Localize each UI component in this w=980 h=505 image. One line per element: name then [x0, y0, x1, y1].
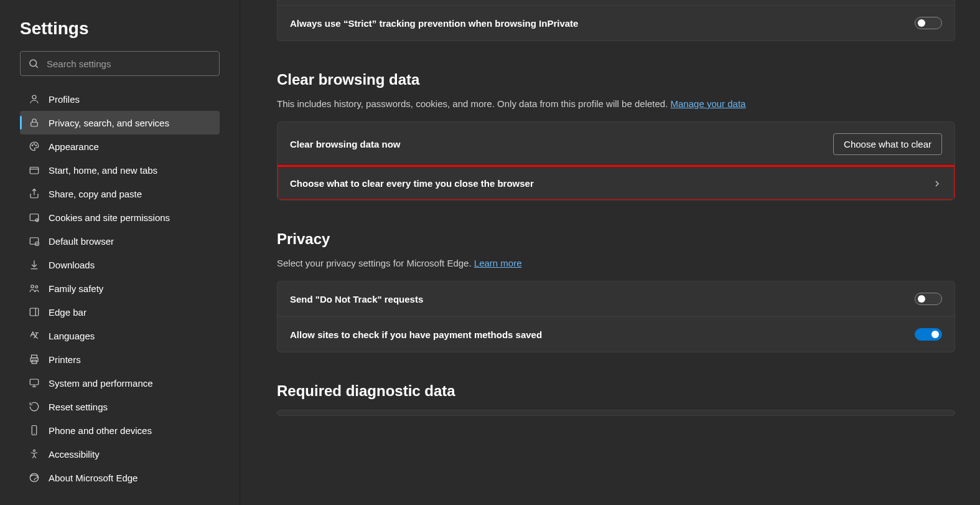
- search-input[interactable]: [47, 59, 212, 69]
- clear-browsing-heading: Clear browsing data: [277, 71, 955, 88]
- svg-point-5: [34, 144, 35, 145]
- clear-now-row: Clear browsing data now Choose what to c…: [278, 122, 954, 166]
- sidebar-icon: [29, 306, 40, 318]
- svg-rect-20: [30, 379, 39, 385]
- strict-inprivate-row: Always use “Strict” tracking prevention …: [278, 5, 954, 40]
- privacy-desc-text: Select your privacy settings for Microso…: [277, 258, 474, 268]
- svg-rect-17: [32, 355, 37, 358]
- content-area: Exceptions Allow all trackers on sites y…: [240, 0, 980, 505]
- svg-rect-7: [30, 168, 39, 174]
- sidebar-item-cookies[interactable]: Cookies and site permissions: [20, 205, 220, 229]
- sidebar-item-label: Share, copy and paste: [49, 189, 142, 199]
- sidebar-item-label: Profiles: [49, 94, 80, 105]
- dnt-row: Send "Do Not Track" requests: [278, 281, 954, 316]
- clear-browsing-card: Clear browsing data now Choose what to c…: [277, 121, 955, 201]
- sidebar-item-label: Start, home, and new tabs: [49, 165, 157, 176]
- payment-toggle[interactable]: [915, 328, 942, 341]
- language-icon: [29, 330, 40, 341]
- dnt-toggle[interactable]: [915, 293, 942, 305]
- edge-icon: [29, 472, 40, 483]
- privacy-desc: Select your privacy settings for Microso…: [277, 258, 955, 268]
- cookie-icon: [29, 212, 40, 223]
- choose-what-to-clear-button[interactable]: Choose what to clear: [833, 133, 942, 155]
- sidebar-item-appearance[interactable]: Appearance: [20, 135, 220, 158]
- diagnostic-heading: Required diagnostic data: [277, 382, 955, 400]
- lock-icon: [29, 117, 40, 128]
- tracking-prevention-card: Exceptions Allow all trackers on sites y…: [277, 0, 955, 41]
- accessibility-icon: [29, 448, 40, 460]
- monitor-icon: [29, 377, 40, 389]
- chevron-right-icon: [932, 179, 942, 189]
- search-icon: [28, 58, 39, 69]
- sidebar-item-downloads[interactable]: Downloads: [20, 253, 220, 276]
- svg-point-14: [35, 286, 38, 288]
- page-title: Settings: [20, 19, 220, 39]
- sidebar-item-label: Downloads: [49, 260, 95, 270]
- sidebar-item-reset[interactable]: Reset settings: [20, 395, 220, 418]
- svg-rect-15: [30, 308, 39, 316]
- exceptions-row[interactable]: Exceptions Allow all trackers on sites y…: [278, 0, 954, 5]
- clear-now-label: Clear browsing data now: [290, 139, 401, 149]
- sidebar-item-start[interactable]: Start, home, and new tabs: [20, 158, 220, 182]
- manage-data-link[interactable]: Manage your data: [671, 98, 746, 109]
- clear-on-close-label: Choose what to clear every time you clos…: [290, 178, 534, 189]
- sidebar-item-label: Privacy, search, and services: [49, 118, 169, 128]
- payment-row: Allow sites to check if you have payment…: [278, 316, 954, 352]
- browser-icon: [29, 235, 40, 247]
- sidebar-item-edge-bar[interactable]: Edge bar: [20, 300, 220, 324]
- sidebar-item-label: Edge bar: [49, 307, 86, 318]
- download-icon: [29, 259, 40, 270]
- sidebar-item-label: Accessibility: [49, 449, 100, 460]
- svg-rect-3: [31, 122, 38, 126]
- svg-point-13: [31, 285, 34, 288]
- sidebar-item-accessibility[interactable]: Accessibility: [20, 442, 220, 466]
- clear-browsing-desc: This includes history, passwords, cookie…: [277, 98, 955, 109]
- privacy-learn-more-link[interactable]: Learn more: [474, 258, 522, 268]
- family-icon: [29, 283, 40, 294]
- profile-icon: [29, 93, 40, 105]
- svg-line-1: [35, 65, 37, 67]
- strict-inprivate-toggle[interactable]: [915, 17, 942, 29]
- sidebar: Settings Profiles Privacy, search, and s…: [0, 0, 240, 505]
- palette-icon: [29, 141, 40, 152]
- clear-on-close-row[interactable]: Choose what to clear every time you clos…: [278, 166, 954, 200]
- sidebar-item-label: Languages: [49, 331, 95, 341]
- reset-icon: [29, 401, 40, 412]
- sidebar-nav: Profiles Privacy, search, and services A…: [20, 87, 220, 489]
- sidebar-item-label: Cookies and site permissions: [49, 212, 170, 223]
- sidebar-item-label: System and performance: [49, 378, 153, 389]
- search-box[interactable]: [20, 51, 220, 76]
- sidebar-item-family[interactable]: Family safety: [20, 276, 220, 300]
- dnt-label: Send "Do Not Track" requests: [290, 294, 423, 304]
- svg-point-2: [32, 95, 36, 99]
- svg-point-0: [30, 60, 37, 67]
- printer-icon: [29, 354, 40, 365]
- sidebar-item-label: Reset settings: [49, 402, 108, 412]
- sidebar-item-phone[interactable]: Phone and other devices: [20, 418, 220, 442]
- payment-label: Allow sites to check if you have payment…: [290, 329, 542, 340]
- sidebar-item-label: Phone and other devices: [49, 425, 152, 436]
- sidebar-item-privacy[interactable]: Privacy, search, and services: [20, 111, 220, 135]
- sidebar-item-label: Printers: [49, 354, 81, 365]
- tabs-icon: [29, 164, 40, 176]
- svg-point-6: [35, 145, 37, 146]
- phone-icon: [29, 425, 40, 436]
- sidebar-item-label: Family safety: [49, 283, 103, 294]
- svg-point-23: [34, 450, 35, 451]
- sidebar-item-languages[interactable]: Languages: [20, 324, 220, 347]
- sidebar-item-label: About Microsoft Edge: [49, 473, 138, 483]
- sidebar-item-printers[interactable]: Printers: [20, 347, 220, 371]
- privacy-card: Send "Do Not Track" requests Allow sites…: [277, 281, 955, 352]
- share-icon: [29, 188, 40, 199]
- sidebar-item-label: Appearance: [49, 141, 99, 152]
- sidebar-item-about[interactable]: About Microsoft Edge: [20, 466, 220, 489]
- diagnostic-card: [277, 410, 955, 416]
- sidebar-item-system[interactable]: System and performance: [20, 371, 220, 395]
- privacy-heading: Privacy: [277, 230, 955, 248]
- sidebar-item-share[interactable]: Share, copy and paste: [20, 182, 220, 205]
- clear-browsing-desc-text: This includes history, passwords, cookie…: [277, 98, 671, 109]
- sidebar-item-label: Default browser: [49, 236, 114, 247]
- sidebar-item-profiles[interactable]: Profiles: [20, 87, 220, 111]
- svg-point-4: [32, 145, 33, 146]
- sidebar-item-default-browser[interactable]: Default browser: [20, 229, 220, 253]
